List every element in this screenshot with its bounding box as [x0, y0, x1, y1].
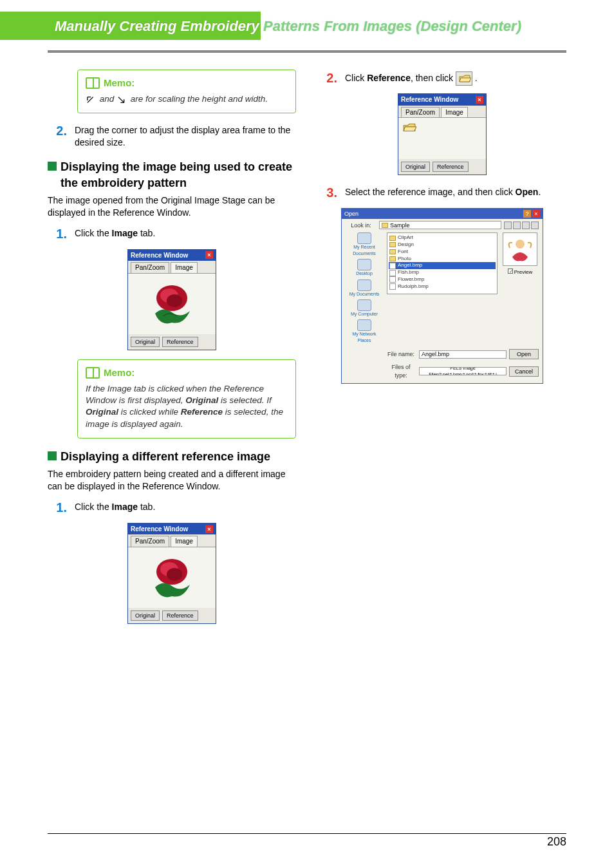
original-button[interactable]: Original — [131, 337, 160, 347]
memo-label: Memo: — [104, 366, 135, 379]
step1a-c: tab. — [138, 228, 155, 238]
lookin-value: Sample — [390, 222, 410, 229]
m2-b: Original — [185, 395, 218, 405]
memo-body: and are for scaling the height and width… — [86, 93, 288, 105]
item-label: Design — [398, 241, 414, 249]
step-number: 3. — [318, 184, 337, 202]
header: Manually Creating Embroidery Patterns Fr… — [0, 0, 614, 40]
filename-field[interactable]: Angel.bmp — [419, 350, 507, 359]
r3-b: Open — [516, 187, 539, 197]
tab-panzoom[interactable]: Pan/Zoom — [401, 107, 440, 118]
side-recent[interactable]: My Recent Documents — [346, 232, 383, 256]
side-desktop[interactable]: Desktop — [346, 259, 383, 276]
reference-button[interactable]: Reference — [433, 162, 469, 172]
original-button[interactable]: Original — [401, 162, 430, 172]
reference-window: Reference Window × Pan/Zoom Image Origin… — [398, 93, 487, 175]
tab-image[interactable]: Image — [171, 262, 198, 273]
preview-checkbox[interactable]: ✓Preview — [508, 269, 532, 276]
page-header-title: Manually Creating Embroidery Patterns Fr… — [55, 18, 521, 35]
mydocs-icon — [357, 279, 371, 291]
item-label: Fish.bmp — [398, 269, 419, 276]
dialog-window-controls[interactable]: ?× — [523, 210, 540, 218]
list-item[interactable]: Fish.bmp — [389, 269, 496, 276]
section-a-title: Displaying the image being used to creat… — [60, 159, 296, 191]
original-button[interactable]: Original — [131, 610, 160, 621]
section-b-paragraph: The embroidery pattern being created and… — [48, 468, 296, 493]
list-item[interactable]: Font — [389, 249, 496, 256]
close-icon[interactable]: × — [476, 96, 483, 104]
open-folder-icon[interactable] — [402, 122, 416, 133]
arrow-nw-icon — [86, 95, 97, 104]
step1a-a: Click the — [75, 228, 112, 238]
step-body: Click the Image tab. — [75, 225, 296, 243]
list-item-selected[interactable]: Angel.bmp — [389, 262, 496, 269]
filetype-row: Files of type: PELS Image Files(*.pel;*.… — [342, 361, 543, 382]
side-label: My Documents — [349, 291, 380, 297]
side-mycomp[interactable]: My Computer — [346, 299, 383, 317]
step-number: 2. — [318, 70, 337, 87]
refwin-tabs: Pan/Zoom Image — [128, 261, 216, 274]
filetype-field[interactable]: PELS Image Files(*.pel;*.bmp;*.pcd;*.fpx… — [419, 367, 507, 375]
close-icon[interactable]: × — [205, 251, 213, 259]
item-label: ClipArt — [398, 234, 413, 241]
refwin-body — [128, 547, 216, 608]
content-area: Memo: and are for scaling the height and… — [48, 64, 566, 829]
refwin-body — [398, 118, 486, 159]
side-label: Desktop — [356, 270, 373, 276]
section-square-icon — [48, 451, 57, 460]
close-icon[interactable]: × — [205, 525, 213, 533]
lookin-field[interactable]: Sample — [379, 221, 501, 229]
memo-box-2: Memo: If the Image tab is clicked when t… — [77, 359, 296, 439]
nav-icons[interactable] — [504, 222, 539, 229]
desktop-icon — [357, 259, 371, 270]
side-mynet[interactable]: My Network Places — [346, 319, 383, 343]
step-body: Click the Image tab. — [75, 499, 296, 516]
header-title-faded: Patterns From Images (Design Center) — [263, 18, 521, 34]
step-body: Select the reference image, and then cli… — [345, 184, 566, 202]
file-icon — [389, 263, 396, 269]
list-item[interactable]: Photo — [389, 256, 496, 263]
file-list[interactable]: ClipArt Design Font Photo Angel.bmp Fish… — [387, 232, 498, 294]
mycomp-icon — [357, 299, 371, 311]
m2-d: Original — [86, 407, 118, 417]
refwin-title-text: Reference Window — [131, 251, 188, 260]
lookin-label: Look in: — [346, 222, 377, 229]
refwin-footer: Original Reference — [128, 334, 216, 350]
m2-f: Reference — [181, 407, 223, 417]
section-a-paragraph: The image opened from the Original Image… — [48, 194, 296, 219]
refwin-titlebar: Reference Window × — [128, 524, 216, 535]
dialog-titlebar: Open ?× — [342, 209, 543, 219]
side-mydocs[interactable]: My Documents — [346, 279, 383, 297]
item-label: Angel.bmp — [398, 262, 422, 269]
reference-window: Reference Window × Pan/Zoom Image — [127, 523, 216, 624]
filename-label: File name: — [386, 350, 416, 358]
memo-box-1: Memo: and are for scaling the height and… — [77, 70, 296, 113]
section-b-heading: Displaying a different reference image — [48, 449, 296, 464]
svg-point-2 — [167, 294, 182, 307]
section-b-title: Displaying a different reference image — [60, 449, 270, 464]
open-folder-icon[interactable] — [456, 71, 472, 86]
tab-image[interactable]: Image — [171, 536, 198, 547]
open-button[interactable]: Open — [509, 349, 539, 359]
cancel-button[interactable]: Cancel — [509, 366, 539, 377]
memo-header: Memo: — [86, 77, 288, 90]
tab-panzoom[interactable]: Pan/Zoom — [131, 536, 169, 547]
step-body: Drag the corner to adjust the display ar… — [75, 122, 296, 149]
lookin-row: Look in: Sample — [342, 219, 543, 231]
arrow-se-icon — [116, 95, 128, 104]
reference-button[interactable]: Reference — [162, 610, 198, 621]
folder-icon — [389, 242, 396, 247]
list-item[interactable]: Flower.bmp — [389, 276, 496, 283]
tab-image[interactable]: Image — [441, 107, 468, 118]
page-number: 208 — [547, 835, 566, 849]
list-item[interactable]: ClipArt — [389, 234, 496, 241]
tab-panzoom[interactable]: Pan/Zoom — [131, 262, 169, 273]
side-label: My Recent Documents — [346, 244, 383, 256]
side-label: My Computer — [351, 311, 378, 317]
reference-button[interactable]: Reference — [162, 337, 198, 347]
step-1a: 1. Click the Image tab. — [48, 225, 296, 243]
list-item[interactable]: Rudolph.bmp — [389, 283, 496, 290]
page-footer: 208 — [48, 833, 566, 849]
list-item[interactable]: Design — [389, 241, 496, 249]
folder-icon — [389, 249, 396, 254]
